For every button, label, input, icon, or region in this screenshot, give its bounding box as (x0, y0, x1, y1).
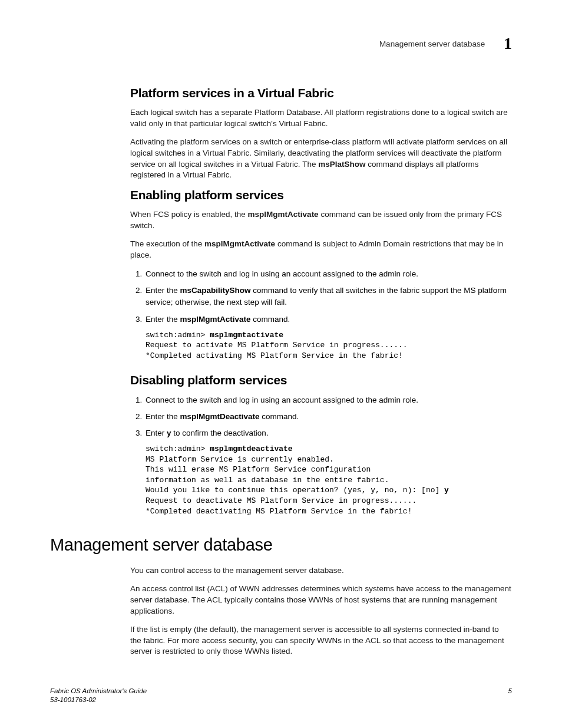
code-block: switch:admin> msplmgmtactivate Request t… (146, 330, 512, 361)
list-item: Enter the msplMgmtDeactivate command. (144, 411, 512, 423)
footer-doc-title: Fabric OS Administrator's Guide (50, 687, 512, 696)
command-name: msPlatShow (318, 160, 365, 169)
code-command: msplmgmtactivate (210, 331, 283, 340)
header-chapter-number: 1 (504, 34, 512, 53)
body-text: You can control access to the management… (130, 565, 512, 577)
list-item: Enter the msplMgmtActivate command. (144, 314, 512, 325)
list-item: Enter the msCapabilityShow command to ve… (144, 285, 512, 309)
heading-disabling-platform-services: Disabling platform services (130, 373, 512, 387)
command-name: msplMgmtActivate (248, 210, 319, 219)
page-header: Management server database 1 (50, 34, 512, 53)
page-footer: Fabric OS Administrator's Guide 53-10017… (50, 687, 512, 704)
main-content: Platform services in a Virtual Fabric Ea… (130, 86, 512, 657)
code-user-input: y (444, 486, 449, 495)
list-item: Connect to the switch and log in using a… (144, 268, 512, 280)
heading-enabling-platform-services: Enabling platform services (130, 188, 512, 202)
heading-platform-services-vf: Platform services in a Virtual Fabric (130, 86, 512, 100)
command-name: y (167, 429, 171, 437)
body-text: The execution of the msplMgmtActivate co… (130, 239, 512, 261)
command-name: msplMgmtActivate (204, 239, 275, 248)
heading-management-server-database: Management server database (50, 535, 512, 555)
body-text: Activating the platform services on a sw… (130, 137, 512, 182)
code-block: switch:admin> msplmgmtdeactivate MS Plat… (146, 444, 512, 516)
list-item: Enter y to confirm the deactivation. (144, 427, 512, 439)
code-command: msplmgmtdeactivate (210, 444, 292, 453)
list-item: Connect to the switch and log in using a… (144, 394, 512, 406)
body-text: Each logical switch has a separate Platf… (130, 107, 512, 130)
command-name: msCapabilityShow (180, 286, 251, 295)
procedure-list: Connect to the switch and log in using a… (130, 394, 512, 440)
command-name: msplMgmtActivate (180, 315, 251, 324)
footer-doc-id: 53-1001763-02 (50, 696, 512, 704)
procedure-list: Connect to the switch and log in using a… (130, 268, 512, 325)
footer-page-number: 5 (508, 687, 512, 696)
body-text: An access control list (ACL) of WWN addr… (130, 584, 512, 617)
command-name: msplMgmtDeactivate (180, 412, 260, 421)
body-text: When FCS policy is enabled, the msplMgmt… (130, 209, 512, 232)
body-text: If the list is empty (the default), the … (130, 624, 512, 658)
header-section-title: Management server database (379, 39, 485, 48)
